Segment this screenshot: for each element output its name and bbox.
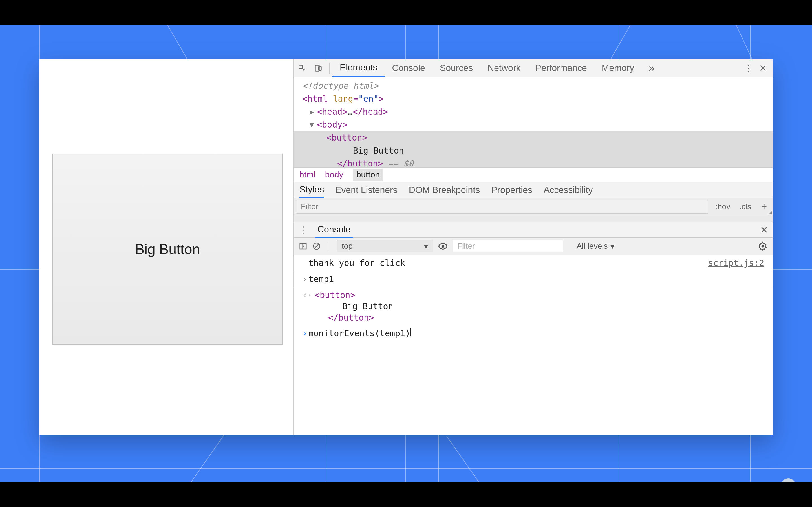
text-cursor <box>410 328 411 336</box>
dom-breadcrumb: html body button <box>294 167 772 182</box>
log-levels-label: All levels <box>576 242 608 251</box>
device-mode-icon[interactable] <box>310 59 326 77</box>
console-menu-icon[interactable]: ⋮ <box>298 224 308 235</box>
breadcrumb-item-body[interactable]: body <box>325 170 343 179</box>
tab-performance[interactable]: Performance <box>528 59 594 77</box>
cls-toggle[interactable]: .cls <box>735 202 756 211</box>
drawer-tab-console[interactable]: Console <box>315 222 353 238</box>
console-current-input: monitorEvents(temp1) <box>308 328 410 339</box>
styles-subtabs: Styles Event Listeners DOM Breakpoints P… <box>294 182 772 198</box>
styles-filter-input[interactable] <box>297 200 708 214</box>
tab-elements[interactable]: Elements <box>333 59 385 77</box>
input-caret-icon: › <box>302 274 308 285</box>
svg-point-7 <box>761 245 764 247</box>
letterbox-top <box>0 0 812 25</box>
console-log-source[interactable]: script.js:2 <box>708 258 764 269</box>
chevron-down-icon: ▾ <box>424 242 428 251</box>
breadcrumb-item-button[interactable]: button <box>353 169 383 180</box>
close-devtools-icon[interactable]: ✕ <box>759 62 767 74</box>
letterbox-bottom <box>0 482 812 507</box>
new-style-rule-icon[interactable]: + <box>756 201 772 212</box>
tab-network[interactable]: Network <box>480 59 528 77</box>
app-window: Big Button Elements Console Sources Netw… <box>40 59 772 435</box>
divider <box>329 241 329 251</box>
inspect-element-icon[interactable] <box>294 59 310 77</box>
live-expression-icon[interactable] <box>438 241 448 251</box>
hov-toggle[interactable]: :hov <box>711 202 735 211</box>
page-preview-pane: Big Button <box>40 59 293 435</box>
kebab-menu-icon[interactable]: ⋮ <box>744 62 753 74</box>
dom-line[interactable]: ▾<body> <box>302 118 772 131</box>
tab-memory[interactable]: Memory <box>594 59 642 77</box>
tabs-overflow-icon[interactable]: » <box>642 59 662 77</box>
dom-line[interactable]: <!doctype html> <box>302 79 772 93</box>
styles-filter-row: :hov .cls + <box>294 198 772 215</box>
context-selector[interactable]: top ▾ <box>337 240 433 252</box>
dom-tree[interactable]: <!doctype html> <html lang="en"> ▸<head>… <box>294 77 772 167</box>
big-button-label: Big Button <box>135 241 200 258</box>
console-history-input: temp1 <box>308 274 334 285</box>
console-prompt-row[interactable]: › monitorEvents(temp1) <box>294 326 772 341</box>
prompt-caret-icon: › <box>302 328 308 339</box>
svg-point-6 <box>442 245 445 248</box>
resize-handle-icon[interactable] <box>769 211 772 214</box>
subtab-dom-breakpoints[interactable]: DOM Breakpoints <box>409 182 480 198</box>
svg-line-5 <box>315 244 319 248</box>
console-log-row[interactable]: thank you for click script.js:2 <box>294 255 772 271</box>
dom-line[interactable]: <html lang="en"> <box>302 93 772 105</box>
close-drawer-icon[interactable]: ✕ <box>760 224 768 235</box>
dom-line[interactable]: ▸<head>…</head> <box>302 105 772 118</box>
tab-console[interactable]: Console <box>385 59 432 77</box>
subtab-styles[interactable]: Styles <box>299 182 324 198</box>
console-log-message: thank you for click <box>302 258 708 269</box>
console-body: thank you for click script.js:2 › temp1 … <box>294 255 772 435</box>
console-output-row[interactable]: ‹· <button> Big Button </button> <box>294 287 772 326</box>
console-toolbar: top ▾ Filter All levels ▾ <box>294 238 772 255</box>
clear-console-icon[interactable] <box>312 242 321 250</box>
subtab-event-listeners[interactable]: Event Listeners <box>335 182 398 198</box>
divider <box>329 62 329 74</box>
drawer-splitter[interactable] <box>294 215 772 222</box>
dom-selected-node[interactable]: ⋯ <button> Big Button </button> == $0 <box>294 131 772 167</box>
breadcrumb-item-html[interactable]: html <box>299 170 315 179</box>
chevron-down-icon: ▾ <box>610 242 614 251</box>
big-button[interactable]: Big Button <box>52 154 283 345</box>
context-selector-value: top <box>342 242 353 251</box>
console-settings-icon[interactable] <box>758 241 767 251</box>
subtab-accessibility[interactable]: Accessibility <box>544 182 593 198</box>
tab-sources[interactable]: Sources <box>433 59 480 77</box>
console-filter-placeholder: Filter <box>457 242 475 251</box>
log-levels-selector[interactable]: All levels ▾ <box>576 242 614 251</box>
devtools-panel: Elements Console Sources Network Perform… <box>293 59 772 435</box>
console-sidebar-toggle-icon[interactable] <box>299 242 307 250</box>
devtools-actions: ⋮ ✕ <box>744 62 772 74</box>
subtab-properties[interactable]: Properties <box>491 182 532 198</box>
devtools-tabstrip: Elements Console Sources Network Perform… <box>294 59 772 77</box>
console-input-row[interactable]: › temp1 <box>294 271 772 287</box>
console-filter-input[interactable]: Filter <box>453 240 563 252</box>
console-drawer-header: ⋮ Console ✕ <box>294 222 772 238</box>
output-caret-icon: ‹· <box>302 290 308 301</box>
